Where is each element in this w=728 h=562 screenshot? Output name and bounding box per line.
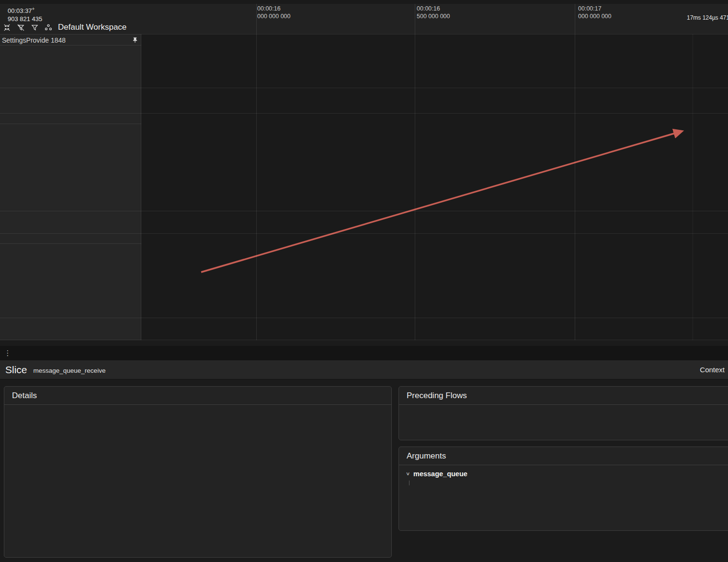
details-card: Details (4, 386, 392, 558)
track-divider (0, 233, 728, 234)
collapse-icon[interactable] (2, 23, 11, 32)
filter-icon[interactable] (30, 23, 39, 32)
ruler-timestamp: 00:00:16500 000 000 (417, 5, 450, 20)
arguments-title: Arguments (399, 447, 728, 465)
timeline-area: 00:03:37+ 903 821 435 00:00:16000 000 00… (0, 0, 728, 340)
timeline-gridline-faint (693, 34, 693, 340)
workspace-icon[interactable] (44, 23, 53, 32)
timeline-gridline (256, 4, 257, 340)
args-group[interactable]: >message_queue (406, 470, 728, 478)
chevron-down-icon: > (405, 471, 411, 476)
track-divider (0, 34, 728, 34)
details-panel: ⋮ Slice message_queue_receive Context De… (0, 340, 728, 562)
timeline-gridline (415, 4, 415, 340)
track-icons (132, 36, 138, 44)
track-divider (0, 88, 728, 88)
workspace-toolbar: Default Workspace (2, 21, 126, 34)
track-divider (0, 113, 728, 114)
workspace-name[interactable]: Default Workspace (58, 23, 126, 32)
track-divider (0, 211, 728, 211)
selection-duration-marker: 17ms 124µs 471ns (686, 14, 728, 21)
context-label[interactable]: Context (700, 366, 725, 374)
pin-icon[interactable] (132, 36, 138, 44)
ruler-timestamp: 00:00:17000 000 000 (578, 5, 612, 20)
track-divider (0, 45, 141, 46)
plus-icon: + (32, 6, 35, 11)
track-canvas-sp1[interactable] (141, 34, 728, 45)
preceding-flows-card: Preceding Flows (398, 386, 728, 440)
track-divider (0, 318, 728, 318)
preceding-flows-title: Preceding Flows (399, 387, 728, 405)
trace-minimap[interactable] (0, 0, 728, 4)
arguments-card: Arguments >message_queue (398, 447, 728, 531)
tab-kebab-icon[interactable]: ⋮ (0, 346, 15, 360)
filter-off-icon[interactable] (16, 23, 25, 32)
perfetto-trace-viewer: 00:03:37+ 903 821 435 00:00:16000 000 00… (0, 0, 728, 562)
selection-kind: Slice (5, 364, 27, 376)
track-label-column (0, 34, 141, 340)
track-title: SettingsProvide 1848 (2, 36, 66, 44)
ruler-timestamp: 00:00:16000 000 000 (257, 5, 291, 20)
track-divider (0, 243, 141, 244)
selection-header: Slice message_queue_receive Context (0, 360, 728, 379)
cursor-time: 00:03:37+ 903 821 435 (8, 5, 42, 23)
timeline-gridline (575, 4, 575, 340)
track-label-sp1[interactable]: SettingsProvide 1848 (0, 35, 141, 46)
track-divider (0, 124, 141, 124)
details-title: Details (4, 387, 391, 405)
tab-bar: ⋮ (0, 346, 728, 360)
selection-name: message_queue_receive (34, 367, 106, 374)
